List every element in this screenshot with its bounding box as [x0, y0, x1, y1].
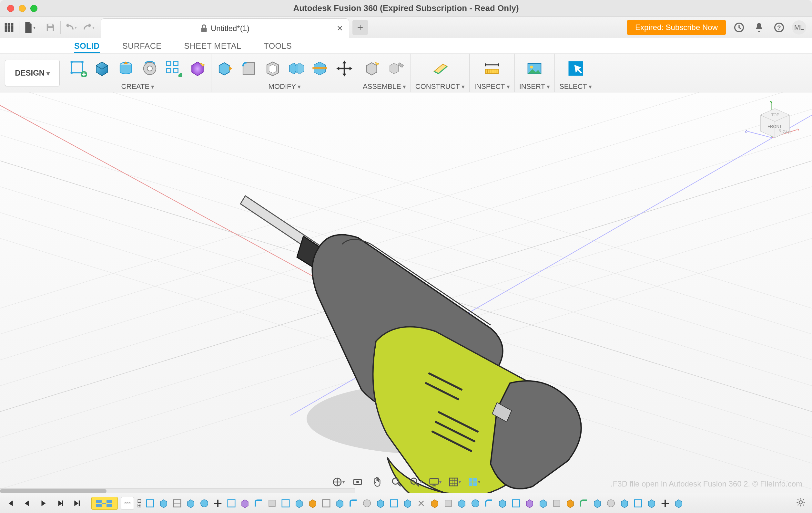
timeline-feature[interactable]: [226, 498, 237, 509]
measure-icon[interactable]: [483, 59, 501, 78]
timeline-feature[interactable]: [660, 498, 671, 509]
shell-icon[interactable]: [264, 59, 282, 78]
timeline-feature[interactable]: [416, 498, 427, 509]
timeline-feature[interactable]: [212, 498, 223, 509]
ribbon-tab-solid[interactable]: SOLID: [74, 42, 100, 53]
ribbon-tab-surface[interactable]: SURFACE: [122, 42, 162, 53]
timeline-feature[interactable]: [511, 498, 522, 509]
job-status-icon[interactable]: [732, 20, 746, 34]
timeline-group-toggle[interactable]: [91, 497, 118, 510]
window-minimize-button[interactable]: [19, 5, 26, 12]
create-form-icon[interactable]: [93, 59, 111, 78]
user-avatar[interactable]: ML: [792, 20, 806, 34]
construct-plane-icon[interactable]: [431, 59, 449, 78]
new-component-icon[interactable]: [364, 59, 381, 78]
timeline-feature[interactable]: [253, 498, 264, 509]
subscribe-button[interactable]: Expired: Subscribe Now: [627, 20, 726, 35]
workspace-switcher[interactable]: DESIGN: [0, 54, 64, 92]
timeline-feature[interactable]: [443, 498, 454, 509]
timeline-feature[interactable]: [280, 498, 291, 509]
timeline-feature[interactable]: [172, 498, 183, 509]
timeline-feature[interactable]: [565, 498, 576, 509]
look-at-icon[interactable]: [351, 476, 364, 488]
create-sketch-icon[interactable]: [69, 59, 87, 78]
ribbon-tab-tools[interactable]: TOOLS: [264, 42, 292, 53]
timeline-feature[interactable]: [538, 498, 549, 509]
timeline-feature[interactable]: [592, 498, 603, 509]
split-body-icon[interactable]: [312, 59, 329, 78]
timeline-feature[interactable]: [402, 498, 413, 509]
timeline-feature[interactable]: [470, 498, 481, 509]
notifications-icon[interactable]: [752, 20, 766, 34]
canvas-horizontal-scrollbar[interactable]: [0, 488, 355, 493]
close-tab-button[interactable]: ✕: [337, 24, 343, 33]
fillet-icon[interactable]: [240, 59, 258, 78]
extrude-icon[interactable]: [117, 59, 135, 78]
timeline-expand-toggle[interactable]: ⊟⊞: [137, 499, 141, 508]
timeline-feature[interactable]: [673, 498, 684, 509]
display-settings-icon[interactable]: [429, 476, 441, 488]
zoom-icon[interactable]: [390, 476, 403, 488]
timeline-feature[interactable]: [429, 498, 440, 509]
select-icon[interactable]: [567, 59, 585, 78]
timeline-feature[interactable]: [497, 498, 508, 509]
timeline-next-button[interactable]: [54, 497, 66, 509]
combine-icon[interactable]: [288, 59, 306, 78]
timeline-feature[interactable]: [456, 498, 467, 509]
ribbon-group-create-label[interactable]: CREATE: [121, 82, 154, 91]
orbit-icon[interactable]: [332, 476, 345, 488]
timeline-feature[interactable]: [199, 498, 210, 509]
new-tab-button[interactable]: ＋: [352, 20, 368, 35]
timeline-feature[interactable]: [619, 498, 630, 509]
timeline-feature[interactable]: [335, 498, 345, 509]
insert-derive-icon[interactable]: [525, 59, 544, 78]
pattern-icon[interactable]: [165, 59, 183, 78]
joint-icon[interactable]: [387, 59, 405, 78]
timeline-feature[interactable]: [239, 498, 251, 509]
ribbon-group-assemble-label[interactable]: ASSEMBLE: [363, 82, 406, 91]
zoom-window-icon[interactable]: [409, 476, 422, 488]
timeline-feature[interactable]: [524, 498, 535, 509]
viewport[interactable]: x y z FRONT RIGHT TOP .F3D file open in …: [0, 92, 812, 493]
redo-button[interactable]: [80, 20, 97, 35]
ribbon-group-modify-label[interactable]: MODIFY: [268, 82, 301, 91]
ribbon-group-construct-label[interactable]: CONSTRUCT: [415, 82, 465, 91]
timeline-feature[interactable]: [267, 498, 278, 509]
create-base-feature-icon[interactable]: [188, 59, 207, 78]
timeline-first-button[interactable]: [4, 497, 16, 509]
timeline-feature[interactable]: [145, 498, 155, 509]
move-copy-icon[interactable]: [335, 59, 353, 78]
ribbon-group-inspect-label[interactable]: INSPECT: [474, 82, 510, 91]
ribbon-group-insert-label[interactable]: INSERT: [519, 82, 550, 91]
timeline-feature[interactable]: [158, 498, 169, 509]
timeline-feature[interactable]: [294, 498, 304, 509]
window-maximize-button[interactable]: [30, 5, 37, 12]
press-pull-icon[interactable]: [216, 59, 234, 78]
data-panel-button[interactable]: [0, 20, 18, 35]
file-menu-button[interactable]: [21, 20, 38, 35]
document-tab[interactable]: Untitled*(1) ✕: [101, 19, 349, 38]
timeline-feature[interactable]: [646, 498, 657, 509]
timeline-feature[interactable]: [484, 498, 494, 509]
timeline-feature[interactable]: [375, 498, 386, 509]
timeline-last-button[interactable]: [71, 497, 83, 509]
timeline-feature[interactable]: [307, 498, 318, 509]
timeline-feature[interactable]: [551, 498, 562, 509]
timeline-marker[interactable]: ▫▫▫: [121, 497, 134, 510]
timeline-feature[interactable]: [388, 498, 400, 509]
timeline-feature[interactable]: [578, 498, 589, 509]
revolve-icon[interactable]: [141, 59, 159, 78]
timeline-feature[interactable]: [605, 498, 616, 509]
viewcube[interactable]: x y z FRONT RIGHT TOP: [744, 99, 799, 154]
timeline-play-button[interactable]: [37, 497, 50, 509]
ribbon-tab-sheetmetal[interactable]: SHEET METAL: [184, 42, 241, 53]
timeline-prev-button[interactable]: [21, 497, 33, 509]
timeline-feature[interactable]: [185, 498, 196, 509]
save-button[interactable]: [41, 20, 59, 35]
viewport-layout-icon[interactable]: [467, 476, 480, 488]
timeline-feature[interactable]: [633, 498, 643, 509]
timeline-settings-icon[interactable]: [794, 496, 807, 509]
window-close-button[interactable]: [7, 5, 14, 12]
pan-icon[interactable]: [371, 476, 383, 488]
grid-settings-icon[interactable]: [448, 476, 461, 488]
